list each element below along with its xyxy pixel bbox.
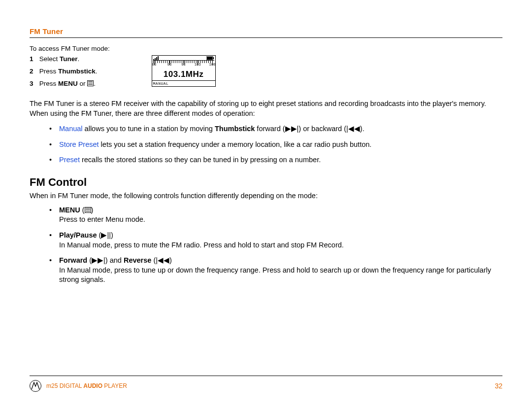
mode-name: Preset (59, 156, 80, 164)
step-text-post: . (78, 55, 80, 63)
footer-p2: AUDIO (83, 382, 102, 389)
mode-text-a: lets you set a station frequency under a… (99, 140, 372, 148)
footer-text: m25 DIGITAL AUDIO PLAYER (46, 382, 127, 389)
modes-list: Manual allows you to tune in a station b… (30, 124, 502, 165)
control-label-reverse: Reverse (124, 256, 151, 264)
fm-control-intro: When in FM Tuner mode, the following con… (30, 192, 502, 200)
signal-icon (153, 56, 160, 60)
playpause-icon: (▶||) (99, 231, 113, 239)
step-text-post: . (96, 68, 98, 75)
and-text: and (108, 256, 124, 264)
intro-paragraph: The FM Tuner is a stereo FM receiver wit… (30, 99, 502, 118)
steps-list: 1 Select Tuner. 2 Press Thumbstick. 3 Pr… (30, 55, 98, 92)
lcd-mode-label: MANUAL (152, 80, 215, 86)
step-number: 2 (30, 68, 37, 75)
step-3: 3 Press MENU or . (30, 80, 98, 87)
step-2: 2 Press Thumbstick. (30, 68, 98, 75)
mode-name: Store Preset (59, 140, 99, 148)
access-line: To access FM Tuner mode: (30, 45, 502, 52)
tick-label: 88 (152, 63, 156, 67)
step-text-pre: Press (39, 80, 58, 87)
svg-rect-6 (207, 57, 212, 60)
step-1: 1 Select Tuner. (30, 55, 98, 63)
svg-rect-5 (213, 57, 214, 59)
page-number: 32 (495, 382, 502, 390)
menu-icon (85, 207, 91, 213)
controls-list: MENU () Press to enter Menu mode. Play/P… (30, 206, 502, 285)
step-text-bold: Tuner (60, 55, 78, 63)
steps-and-display: 1 Select Tuner. 2 Press Thumbstick. 3 Pr… (30, 55, 502, 92)
mode-manual: Manual allows you to tune in a station b… (30, 124, 502, 134)
lcd-frequency-readout: 103.1MHz (152, 69, 215, 80)
mode-name: Manual (59, 125, 83, 133)
step-text-pre: Press (39, 68, 58, 75)
control-playpause: Play/Pause (▶||) In Manual mode, press t… (30, 231, 502, 250)
tick-label: 93 (167, 63, 171, 67)
mode-bold: Thumbstick (215, 125, 255, 133)
tick-label: 103 (195, 63, 201, 67)
control-label: MENU (59, 206, 80, 214)
svg-rect-3 (158, 56, 159, 60)
footer-p1: m25 DIGITAL (46, 382, 83, 389)
document-page: FM Tuner To access FM Tuner mode: 1 Sele… (0, 0, 532, 414)
step-text-pre: Select (39, 55, 60, 63)
step-text-bold: MENU (58, 80, 78, 87)
control-desc: In Manual mode, press to tune up or down… (59, 266, 491, 284)
control-menu: MENU () Press to enter Menu mode. (30, 206, 502, 225)
reverse-icon: (|◀◀) (151, 256, 171, 264)
tick-label: 108 (209, 63, 216, 67)
battery-icon (206, 56, 214, 60)
brand-logo-icon (30, 380, 41, 392)
step-text-post: or (78, 80, 88, 87)
control-desc: In Manual mode, press to mute the FM rad… (59, 241, 344, 249)
lcd-frequency-scale: 889398103108 (153, 60, 214, 69)
mode-preset: Preset recalls the stored stations so th… (30, 155, 502, 165)
control-label: Play/Pause (59, 231, 97, 239)
step-number: 1 (30, 55, 37, 63)
footer-p3: PLAYER (102, 382, 127, 389)
mode-text-a: recalls the stored stations so they can … (80, 156, 321, 164)
step-number: 3 (30, 80, 37, 87)
control-forward-reverse: Forward (▶▶|) and Reverse (|◀◀) In Manua… (30, 256, 502, 285)
mode-store-preset: Store Preset lets you set a station freq… (30, 140, 502, 150)
forward-icon: (▶▶|) (89, 256, 107, 264)
page-footer: m25 DIGITAL AUDIO PLAYER 32 (30, 376, 502, 392)
control-glyph-wrap: () (82, 206, 94, 214)
footer-left: m25 DIGITAL AUDIO PLAYER (30, 380, 127, 392)
control-desc: Press to enter Menu mode. (59, 215, 145, 223)
lcd-screenshot: 889398103108 103.1MHz MANUAL (152, 55, 216, 87)
fm-control-heading: FM Control (30, 176, 502, 189)
mode-text-a: allows you to tune in a station by movin… (83, 125, 215, 133)
step-text-period: . (94, 80, 96, 87)
control-label-forward: Forward (59, 256, 87, 264)
tick-label: 98 (181, 63, 185, 67)
menu-icon (87, 80, 94, 86)
lcd-statusbar (152, 56, 215, 60)
intro-block: To access FM Tuner mode: 1 Select Tuner.… (30, 45, 502, 92)
section-heading: FM Tuner (30, 27, 502, 38)
step-text-bold: Thumbstick (58, 68, 96, 75)
mode-text-b: forward (▶▶|) or backward (|◀◀). (255, 125, 364, 133)
